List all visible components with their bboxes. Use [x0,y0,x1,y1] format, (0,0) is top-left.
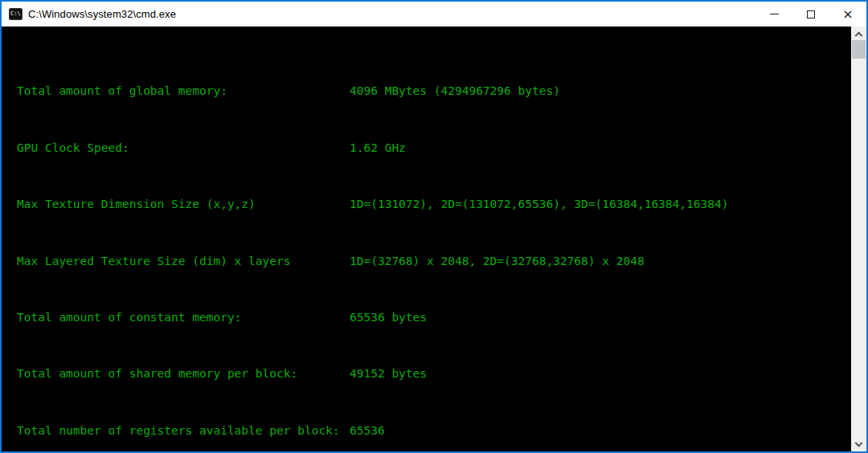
scroll-up-button[interactable] [851,27,866,39]
close-button[interactable]: × [829,2,866,27]
minimize-button[interactable] [755,2,792,27]
window-title: C:\Windows\system32\cmd.exe [28,8,755,20]
console-row: Max Texture Dimension Size (x,y,z)1D=(13… [2,198,851,212]
scrollbar-track[interactable] [851,39,866,439]
console-output: Total amount of global memory:4096 MByte… [2,27,851,451]
row-value: 4096 MBytes (4294967296 bytes) [350,84,560,97]
maximize-button[interactable] [792,2,829,27]
close-icon: × [842,8,853,21]
row-value: 1.62 GHz [350,141,406,154]
console-rows: Total amount of global memory:4096 MByte… [2,56,851,451]
row-label: Max Texture Dimension Size (x,y,z) [17,198,350,212]
row-label: Total amount of shared memory per block: [17,367,350,382]
row-label: Max Layered Texture Size (dim) x layers [17,255,350,269]
row-value: 1D=(131072), 2D=(131072,65536), 3D=(1638… [350,198,728,210]
console-row: Total amount of constant memory:65536 by… [2,311,851,325]
row-value: 1D=(32768) x 2048, 2D=(32768,32768) x 20… [350,255,645,267]
row-label: Total amount of global memory: [17,84,350,99]
console-row: Total amount of shared memory per block:… [2,367,851,382]
chevron-up-icon [855,31,863,39]
scrollbar-thumb[interactable] [852,40,866,59]
row-label: Total number of registers available per … [17,424,350,439]
row-value: 65536 [350,424,385,437]
row-label: GPU Clock Speed: [17,141,350,156]
scroll-down-button[interactable] [851,439,866,451]
minimize-icon [770,14,779,14]
vertical-scrollbar[interactable] [851,27,866,451]
console[interactable]: Total amount of global memory:4096 MByte… [2,27,866,451]
console-row: Max Layered Texture Size (dim) x layers1… [2,255,851,269]
maximize-icon [807,10,815,18]
row-value: 49152 bytes [350,367,427,380]
cmd-window: C:\ C:\Windows\system32\cmd.exe × Total … [0,0,868,453]
title-bar[interactable]: C:\ C:\Windows\system32\cmd.exe × [2,2,866,27]
cmd-icon: C:\ [9,8,23,20]
row-value: 65536 bytes [350,311,427,324]
console-row: Total amount of global memory:4096 MByte… [2,84,851,99]
chevron-down-icon [855,439,863,447]
console-row: Total number of registers available per … [2,424,851,439]
console-row: GPU Clock Speed:1.62 GHz [2,141,851,156]
row-label: Total amount of constant memory: [17,311,350,325]
